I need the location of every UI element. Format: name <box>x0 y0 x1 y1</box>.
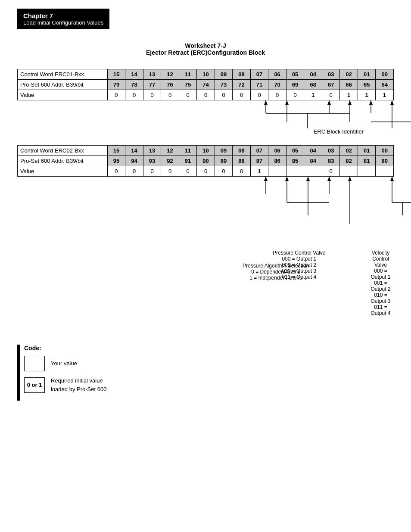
table2-cell-1-12: 83 <box>322 156 340 166</box>
svg-marker-5 <box>327 100 331 105</box>
table2-cell-2-12: 0 <box>322 166 340 177</box>
table2-cell-0-6: 09 <box>215 146 233 156</box>
table1-cell-0-9: 06 <box>268 69 286 80</box>
table1-cell-1-8: 71 <box>250 80 268 90</box>
table2-cell-0-12: 03 <box>322 146 340 156</box>
table2-cell-0-0: 15 <box>107 146 125 156</box>
table1-cell-1-5: 74 <box>197 80 215 90</box>
table1-cell-0-13: 02 <box>340 69 358 80</box>
table2-arrows <box>87 177 394 267</box>
table1-cell-1-1: 78 <box>125 80 143 90</box>
table1-label-0: Control Word ERC01-Bxx <box>18 69 108 80</box>
table2-cell-0-8: 07 <box>250 146 268 156</box>
code-box-empty <box>24 356 45 371</box>
table1-cell-2-3: 0 <box>161 90 179 100</box>
worksheet-title: Worksheet 7-J Ejector Retract (ERC)Confi… <box>17 42 394 56</box>
table2-cell-2-15 <box>376 166 394 177</box>
pressure-control-title: Pressure Control Valve <box>273 250 326 256</box>
table2-cell-1-6: 89 <box>215 156 233 166</box>
velocity-control-title: Velocity Control Valve <box>367 250 394 268</box>
table1-cell-0-4: 11 <box>179 69 197 80</box>
worksheet-line2: Ejector Retract (ERC)Configuration Block <box>17 49 394 56</box>
code-section: Code: Your value 0 or 1 Required initial… <box>17 345 394 401</box>
table2-label-1: Pro-Set 600 Addr. B39/bit <box>18 156 108 166</box>
velocity-control-item0: 000 = Output 1 <box>367 268 394 280</box>
table2-cell-2-14 <box>358 166 376 177</box>
svg-marker-21 <box>285 177 289 181</box>
table2-cell-1-3: 92 <box>161 156 179 166</box>
table1-row-0: Control Word ERC01-Bxx151413121110090807… <box>18 69 394 80</box>
table1-row-1: Pro-Set 600 Addr. B39/bit797877767574737… <box>18 80 394 90</box>
table1-cell-2-13: 1 <box>340 90 358 100</box>
table1-cell-0-8: 07 <box>250 69 268 80</box>
table2-cell-2-3: 0 <box>161 166 179 177</box>
svg-marker-7 <box>348 100 352 105</box>
table2-cell-2-2: 0 <box>143 166 161 177</box>
table1-label-2: Value <box>18 90 108 100</box>
table1-cell-1-10: 69 <box>286 80 304 90</box>
required-label: Required initial valueloaded by Pro-Set … <box>51 376 106 393</box>
velocity-control-item3: 011 = Output 4 <box>367 304 394 316</box>
table2-cell-2-11 <box>304 166 322 177</box>
pressure-control-item3: 011 = Output 4 <box>273 274 326 280</box>
table1-cell-0-2: 13 <box>143 69 161 80</box>
table1-cell-2-5: 0 <box>197 90 215 100</box>
table2-cell-0-4: 11 <box>179 146 197 156</box>
table2-cell-2-6: 0 <box>215 166 233 177</box>
table2-cell-0-10: 05 <box>286 146 304 156</box>
table2-cell-2-9 <box>268 166 286 177</box>
svg-marker-19 <box>264 177 268 181</box>
table1-cell-1-12: 67 <box>322 80 340 90</box>
table1-cell-1-11: 68 <box>304 80 322 90</box>
table2: Control Word ERC02-Bxx151413121110090807… <box>17 145 394 177</box>
svg-marker-3 <box>285 100 289 105</box>
velocity-control-label: Velocity Control Valve 000 = Output 1 00… <box>367 250 394 316</box>
table2-row-2: Value0000000010 <box>18 166 394 177</box>
table1-section: Control Word ERC01-Bxx151413121110090807… <box>17 69 394 135</box>
table2-cell-1-4: 91 <box>179 156 197 166</box>
table1-cell-0-1: 14 <box>125 69 143 80</box>
table1-cell-1-0: 79 <box>107 80 125 90</box>
svg-marker-11 <box>390 100 394 105</box>
table2-cell-1-2: 93 <box>143 156 161 166</box>
table1-cell-2-6: 0 <box>215 90 233 100</box>
svg-marker-25 <box>327 177 331 181</box>
table2-arrows-svg <box>87 177 411 267</box>
table1-cell-1-13: 66 <box>340 80 358 90</box>
table2-cell-2-7: 0 <box>233 166 251 177</box>
table2-cell-1-13: 82 <box>340 156 358 166</box>
table2-cell-1-14: 81 <box>358 156 376 166</box>
table1-arrows-svg <box>87 100 411 135</box>
table2-cell-1-11: 84 <box>304 156 322 166</box>
table1-cell-1-3: 76 <box>161 80 179 90</box>
table2-label-2: Value <box>18 166 108 177</box>
table2-cell-0-7: 08 <box>233 146 251 156</box>
table2-cell-2-5: 0 <box>197 166 215 177</box>
svg-marker-27 <box>348 177 352 181</box>
table2-cell-2-4: 0 <box>179 166 197 177</box>
table1-cell-2-15: 1 <box>376 90 394 100</box>
table2-row-0: Control Word ERC02-Bxx151413121110090807… <box>18 146 394 156</box>
pressure-control-item0: 000 = Output 1 <box>273 256 326 262</box>
table2-cell-0-5: 10 <box>197 146 215 156</box>
chapter-header: Chapter 7 Load Initial Configuration Val… <box>17 9 109 29</box>
table1-cell-0-7: 08 <box>233 69 251 80</box>
svg-marker-9 <box>369 100 373 105</box>
code-row2: 0 or 1 Required initial valueloaded by P… <box>24 376 106 393</box>
table1-cell-2-9: 0 <box>268 90 286 100</box>
table2-cell-1-0: 95 <box>107 156 125 166</box>
table1-cell-0-5: 10 <box>197 69 215 80</box>
table1-cell-2-12: 0 <box>322 90 340 100</box>
code-left-bar <box>17 345 20 401</box>
pressure-control-item1: 001 = Output 2 <box>273 262 326 268</box>
code-box-required: 0 or 1 <box>24 377 45 393</box>
table1-cell-1-15: 64 <box>376 80 394 90</box>
table1-cell-1-4: 75 <box>179 80 197 90</box>
table1-cell-1-9: 70 <box>268 80 286 90</box>
table1-cell-1-14: 65 <box>358 80 376 90</box>
table2-cell-0-2: 13 <box>143 146 161 156</box>
svg-marker-29 <box>390 177 394 181</box>
table2-cell-1-7: 88 <box>233 156 251 166</box>
table2-cell-1-5: 90 <box>197 156 215 166</box>
table1-cell-2-8: 0 <box>250 90 268 100</box>
